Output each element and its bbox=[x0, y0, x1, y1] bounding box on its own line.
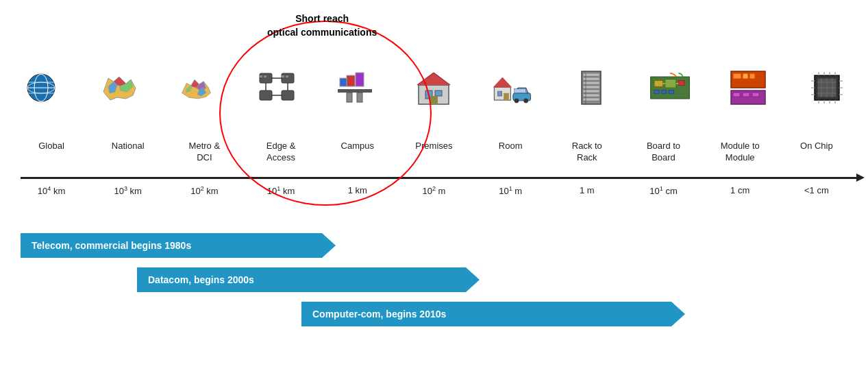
svg-rect-40 bbox=[583, 73, 599, 76]
svg-rect-56 bbox=[669, 90, 673, 93]
label-board: Board toBoard bbox=[633, 141, 695, 164]
label-room: Room bbox=[480, 141, 541, 152]
icon-metro bbox=[177, 69, 219, 106]
svg-rect-55 bbox=[661, 90, 666, 93]
svg-rect-64 bbox=[752, 93, 759, 97]
label-global: Global bbox=[21, 141, 82, 152]
banner-datacom: Datacom, begins 2000s bbox=[137, 267, 480, 292]
svg-rect-54 bbox=[654, 90, 659, 93]
svg-rect-46 bbox=[583, 98, 599, 101]
svg-rect-44 bbox=[583, 90, 599, 93]
svg-rect-33 bbox=[498, 91, 502, 96]
icon-national bbox=[99, 69, 140, 106]
scale-national: 103 km bbox=[97, 185, 159, 196]
svg-rect-38 bbox=[514, 88, 526, 93]
label-onchip: On Chip bbox=[786, 141, 847, 152]
svg-rect-51 bbox=[678, 80, 684, 85]
svg-rect-59 bbox=[743, 73, 748, 79]
scale-premises: 102 m bbox=[403, 185, 464, 196]
scale-onchip: <1 cm bbox=[786, 185, 847, 195]
banner-telecom: Telecom, commercial begins 1980s bbox=[21, 233, 336, 258]
scale-room: 101 m bbox=[480, 185, 541, 196]
icon-global bbox=[21, 69, 62, 106]
icon-onchip bbox=[806, 69, 847, 106]
label-rack: Rack toRack bbox=[556, 141, 618, 164]
scale-metro: 102 km bbox=[173, 185, 235, 196]
svg-rect-28 bbox=[430, 96, 438, 104]
scale-board: 101 cm bbox=[633, 185, 695, 196]
svg-point-36 bbox=[514, 98, 519, 103]
short-reach-circle bbox=[219, 21, 432, 206]
svg-rect-43 bbox=[583, 86, 599, 88]
scale-global: 104 km bbox=[21, 185, 82, 196]
svg-rect-62 bbox=[733, 93, 740, 97]
icon-rack bbox=[571, 69, 612, 106]
svg-marker-32 bbox=[493, 77, 512, 87]
svg-rect-49 bbox=[654, 80, 662, 86]
timeline-axis bbox=[21, 177, 858, 179]
svg-rect-27 bbox=[435, 91, 442, 96]
svg-rect-45 bbox=[583, 94, 599, 97]
svg-rect-41 bbox=[583, 77, 599, 80]
svg-rect-50 bbox=[665, 79, 675, 87]
scale-rack: 1 m bbox=[556, 185, 618, 195]
scale-module: 1 cm bbox=[709, 185, 771, 195]
icon-module bbox=[728, 69, 769, 106]
svg-rect-58 bbox=[733, 73, 741, 79]
svg-rect-34 bbox=[504, 93, 509, 99]
svg-point-37 bbox=[523, 98, 528, 103]
main-container: Short reach optical communications bbox=[0, 0, 868, 384]
labels-row: Global National Metro &DCI Edge &Access … bbox=[21, 141, 847, 164]
icon-board bbox=[649, 69, 691, 106]
svg-rect-63 bbox=[743, 93, 749, 97]
icons-row bbox=[21, 69, 847, 106]
label-module: Module toModule bbox=[709, 141, 771, 164]
svg-rect-60 bbox=[749, 73, 755, 79]
banner-computer: Computer-com, begins 2010s bbox=[301, 302, 685, 326]
svg-rect-42 bbox=[583, 82, 599, 84]
scale-row: 104 km 103 km 102 km 101 km 1 km 102 m 1… bbox=[21, 185, 847, 196]
icon-room bbox=[492, 69, 533, 106]
label-national: National bbox=[97, 141, 159, 152]
short-reach-label: Short reach optical communications bbox=[267, 12, 377, 39]
